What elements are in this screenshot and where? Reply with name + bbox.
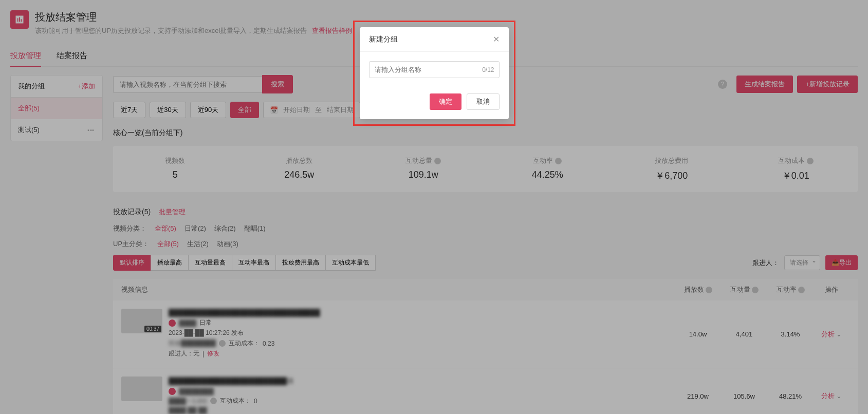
modal-overlay: 新建分组 ✕ 0/12 确定 取消 (0, 0, 868, 414)
char-count: 0/12 (482, 66, 494, 73)
modal-title: 新建分组 (369, 35, 398, 44)
cancel-button[interactable]: 取消 (467, 93, 500, 110)
group-name-input[interactable] (369, 61, 500, 78)
close-icon[interactable]: ✕ (493, 34, 500, 44)
confirm-button[interactable]: 确定 (430, 93, 461, 110)
new-group-modal: 新建分组 ✕ 0/12 确定 取消 (360, 27, 509, 119)
